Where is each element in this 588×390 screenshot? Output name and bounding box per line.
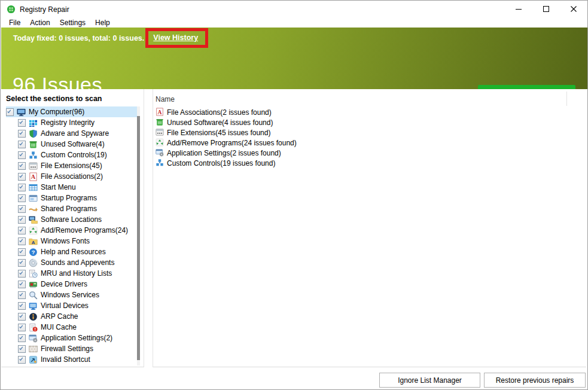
tree-item-label: Device Drivers — [39, 280, 87, 288]
tree-item-label: Sounds and Appevents — [39, 258, 114, 267]
checkbox[interactable] — [18, 356, 26, 364]
checkbox[interactable] — [18, 162, 26, 170]
minimize-button[interactable] — [505, 1, 532, 19]
menu-settings[interactable]: Settings — [55, 19, 90, 28]
tree-item[interactable]: Shared Programs — [6, 203, 140, 214]
today-fixed-text: Today fixed: 0 issues, total: 0 issues. — [13, 34, 144, 42]
name-column-header[interactable]: Name — [156, 95, 175, 103]
tree-item[interactable]: Firewall Settings — [6, 343, 140, 354]
checkbox[interactable] — [18, 141, 26, 148]
result-item[interactable]: File Extensions(45 issues found) — [153, 127, 586, 138]
close-icon — [569, 4, 578, 16]
menu-action[interactable]: Action — [25, 19, 54, 28]
menu-help[interactable]: Help — [90, 19, 115, 28]
tree-item-label: Invalid Shortcut — [39, 355, 90, 364]
tree-item[interactable]: MRU and History Lists — [6, 268, 140, 279]
tree-item[interactable]: Add/Remove Programs(24) — [6, 225, 140, 236]
checkbox[interactable] — [18, 194, 26, 202]
file-associations-a-icon: A — [29, 172, 38, 181]
close-button[interactable] — [560, 1, 587, 19]
result-item[interactable]: AFile Associations(2 issues found) — [153, 107, 586, 117]
checkbox[interactable] — [18, 345, 26, 353]
svg-text:A: A — [31, 173, 36, 180]
tree-item[interactable]: Sounds and Appevents — [6, 257, 140, 268]
tree-item[interactable]: Virtual Devices — [6, 300, 140, 311]
tree-item-label: Firewall Settings — [39, 345, 93, 353]
tree-item[interactable]: Device Drivers — [6, 279, 140, 290]
checkbox[interactable] — [18, 313, 26, 321]
view-history-link[interactable]: View History — [153, 33, 198, 42]
titlebar[interactable]: Registry Repair — [1, 1, 587, 19]
tree-item-label: MRU and History Lists — [39, 269, 112, 278]
tree-item[interactable]: AWindows Fonts — [6, 236, 140, 246]
checkbox[interactable] — [18, 184, 26, 191]
checkbox[interactable] — [18, 270, 26, 278]
tree-item[interactable]: Software Locations — [6, 214, 140, 225]
tree-item-label: Help and Resources — [39, 248, 106, 256]
tree-item-label: Custom Controls(19) — [39, 151, 107, 159]
shared-programs-icon — [29, 205, 38, 214]
file-extensions-icon — [156, 128, 164, 137]
ignore-list-manager-button[interactable]: Ignore List Manager — [379, 373, 480, 388]
mui-alert-doc-icon — [29, 323, 38, 332]
checkbox[interactable] — [18, 151, 26, 159]
checkbox[interactable] — [18, 216, 26, 224]
tree-item[interactable]: Start Menu — [6, 182, 140, 193]
unused-software-bin-icon — [29, 140, 38, 149]
tree-item-label: Virtual Devices — [39, 301, 89, 310]
mru-history-icon — [29, 269, 38, 278]
tree-item[interactable]: Adware and Spyware — [6, 128, 140, 139]
checkbox[interactable] — [18, 291, 26, 299]
checkbox[interactable] — [18, 248, 26, 256]
tree-item[interactable]: ?Help and Resources — [6, 246, 140, 257]
checkbox[interactable] — [18, 237, 26, 245]
result-item[interactable]: Add/Remove Programs(24 issues found) — [153, 138, 586, 148]
checkbox[interactable] — [18, 130, 26, 138]
checkbox[interactable] — [18, 227, 26, 234]
tree-item[interactable]: Startup Programs — [6, 193, 140, 203]
shortcut-arrow-icon — [29, 355, 38, 364]
tree-item[interactable]: Registry Integrity — [6, 117, 140, 128]
checkbox[interactable] — [18, 173, 26, 181]
result-item[interactable]: Custom Controls(19 issues found) — [153, 158, 586, 168]
footer: Ignore List ManagerRestore previous repa… — [1, 367, 588, 390]
tree-item-label: Unused Software(4) — [39, 140, 105, 148]
result-item[interactable]: Unused Software(4 issues found) — [153, 117, 586, 127]
checkbox[interactable] — [18, 302, 26, 310]
tree-scrollbar-thumb[interactable] — [137, 116, 140, 360]
help-question-icon: ? — [29, 248, 38, 257]
tree-item[interactable]: Application Settings(2) — [6, 333, 140, 343]
checkbox[interactable] — [18, 205, 26, 213]
registry-integrity-icon — [29, 118, 38, 127]
arp-globe-icon — [29, 312, 38, 321]
result-item[interactable]: Application Settings(2 issues found) — [153, 148, 586, 158]
device-chip-icon — [29, 280, 38, 289]
checkbox[interactable] — [6, 108, 14, 116]
restore-previous-repairs-button[interactable]: Restore previous repairs — [484, 373, 586, 388]
checkbox[interactable] — [18, 324, 26, 331]
checkbox[interactable] — [18, 281, 26, 288]
tree-item[interactable]: AFile Associations(2) — [6, 171, 140, 182]
tree-item-label: Add/Remove Programs(24) — [39, 226, 128, 234]
tree-item[interactable]: My Computer(96) — [6, 106, 140, 117]
checkbox[interactable] — [18, 119, 26, 127]
checkbox[interactable] — [18, 334, 26, 342]
maximize-button[interactable] — [532, 1, 560, 19]
tree-item[interactable]: Custom Controls(19) — [6, 150, 140, 160]
tree-scrollbar[interactable] — [137, 106, 140, 365]
tree-item-label: Shared Programs — [39, 205, 97, 213]
tree-item[interactable]: File Extensions(45) — [6, 160, 140, 171]
firewall-wall-icon — [29, 345, 38, 354]
menu-file[interactable]: File — [4, 19, 25, 28]
tree-item[interactable]: Windows Services — [6, 290, 140, 300]
tree-item[interactable]: Invalid Shortcut — [6, 354, 140, 365]
start-menu-grid-icon — [29, 183, 38, 192]
results-list: AFile Associations(2 issues found)Unused… — [153, 107, 586, 168]
my-computer-icon — [17, 108, 26, 117]
minimize-icon — [514, 4, 523, 16]
checkbox[interactable] — [18, 259, 26, 267]
tree-item[interactable]: ARP Cache — [6, 311, 140, 322]
tree-item-label: Application Settings(2) — [39, 334, 112, 342]
tree-item[interactable]: MUI Cache — [6, 322, 140, 333]
tree-item[interactable]: Unused Software(4) — [6, 139, 140, 150]
